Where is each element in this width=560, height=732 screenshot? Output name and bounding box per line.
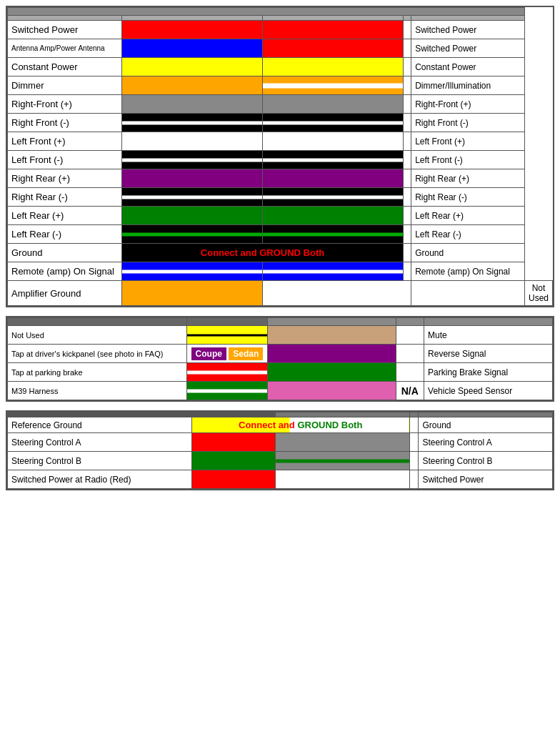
other-row: Tap at driver's kickpanel (see photo in … (8, 345, 553, 363)
table-row: Right Front (-)Right Front (-) (8, 114, 553, 132)
wire-color-left (121, 21, 262, 39)
wire-color-left (121, 58, 262, 76)
row-right-label: Right Rear (+) (411, 169, 525, 188)
other-left-label: Tap at driver's kickpanel (see photo in … (8, 345, 187, 363)
sw-wire2-empty (276, 470, 410, 489)
row-right-label: Switched Power (411, 21, 525, 39)
main-table-wrapper: Switched PowerSwitched PowerAntenna Amp/… (6, 6, 554, 307)
sw-spacer (409, 470, 419, 489)
sw-title1 (8, 412, 192, 417)
row-right-label: Right Front (-) (411, 114, 525, 132)
sw-left-label: Steering Control B (8, 452, 192, 470)
other-right-label: Vehicle Speed Sensor (424, 382, 553, 400)
other-right-empty (424, 318, 553, 326)
wire-color-left (121, 262, 262, 281)
wire-color-left (121, 151, 262, 169)
col-right-empty (411, 16, 525, 21)
other-pioneer (267, 318, 396, 326)
row-left-label: Right Rear (-) (8, 188, 122, 207)
sw-right-label: Switched Power (419, 470, 553, 489)
wire-color-right (263, 39, 404, 58)
wire-color-right (263, 207, 404, 225)
wire-color-span: Connect and GROUND Both (121, 244, 403, 262)
wire-color-left (121, 132, 262, 151)
sw-row: Steering Control BSteering Control B (8, 452, 553, 470)
table-row: Right Rear (+)Right Rear (+) (8, 169, 553, 188)
col2-header (263, 16, 404, 21)
wire-color-right (263, 58, 404, 76)
sw-spacer (409, 452, 419, 470)
sw-wire1 (191, 452, 275, 470)
table-row: Right Rear (-)Right Rear (-) (8, 188, 553, 207)
main-table: Switched PowerSwitched PowerAntenna Amp/… (7, 7, 553, 306)
row-right-label: Left Rear (+) (411, 207, 525, 225)
wire-not-used (263, 281, 411, 306)
table-row: Switched PowerSwitched Power (8, 21, 553, 39)
sw-row: Steering Control ASteering Control A (8, 433, 553, 452)
row-left-label: Remote (amp) On Signal (8, 262, 122, 281)
main-title (8, 8, 525, 16)
row-right-label: Left Rear (-) (411, 225, 525, 244)
sw-right-label: Steering Control A (419, 433, 553, 452)
table-row: Left Rear (+)Left Rear (+) (8, 207, 553, 225)
wire-color-left (121, 169, 262, 188)
sw-left-label: Switched Power at Radio (Red) (8, 470, 192, 489)
row-spacer (411, 281, 525, 306)
other-title (8, 318, 187, 326)
wire-color-right (263, 76, 404, 95)
sw-wire1 (191, 470, 275, 489)
wire-color-right (263, 225, 404, 244)
wire-color-left (121, 95, 262, 114)
row-left-label: Left Front (+) (8, 132, 122, 151)
other-right-label: Mute (424, 326, 553, 345)
wire-color-right (263, 262, 404, 281)
row-spacer (404, 21, 411, 39)
row-left-label: Left Front (-) (8, 151, 122, 169)
row-spacer (404, 132, 411, 151)
sw-wire1 (191, 433, 275, 452)
wire-color-right (263, 95, 404, 114)
table-row: Constant PowerConstant Power (8, 58, 553, 76)
other-wire1 (187, 363, 267, 382)
sw-row: Reference GroundConnect and GROUND BothG… (8, 417, 553, 433)
sw-title2 (276, 412, 410, 417)
sw-spacer1 (191, 412, 275, 417)
other-spacer: N/A (396, 382, 424, 400)
wire-color-left (121, 225, 262, 244)
sw-wire2 (276, 433, 410, 452)
sw-spacer (409, 417, 419, 433)
table-row: Antenna Amp/Power AntennaSwitched Power (8, 39, 553, 58)
row-left-label: Right-Front (+) (8, 95, 122, 114)
row-left-label: Amplifier Ground (8, 281, 122, 306)
table-row: DimmerDimmer/Illumination (8, 76, 553, 95)
row-left-label: Right Front (-) (8, 114, 122, 132)
other-spacer2 (396, 318, 424, 326)
row-spacer (404, 58, 411, 76)
row-right-label: Switched Power (411, 39, 525, 58)
row-left-label: Ground (8, 244, 122, 262)
other-wire2 (267, 363, 396, 382)
sw-left-label: Steering Control A (8, 433, 192, 452)
row-spacer (404, 244, 411, 262)
table-row: Right-Front (+)Right-Front (+) (8, 95, 553, 114)
other-spacer (396, 326, 424, 345)
row-right-label: Left Front (+) (411, 132, 525, 151)
wire-color-left (121, 188, 262, 207)
wire-color-right (263, 132, 404, 151)
row-spacer (404, 151, 411, 169)
sw-left-label: Reference Ground (8, 417, 192, 433)
other-left-label: M39 Harness (8, 382, 187, 400)
row-spacer (404, 225, 411, 244)
wire-color-left (121, 114, 262, 132)
row-spacer (404, 95, 411, 114)
other-wire1 (187, 326, 267, 345)
row-right-label: Right Rear (-) (411, 188, 525, 207)
sw-right-label: Steering Control B (419, 452, 553, 470)
steering-table: Reference GroundConnect and GROUND BothG… (7, 412, 553, 489)
sw-row: Switched Power at Radio (Red)Switched Po… (8, 470, 553, 489)
table-row: Remote (amp) On SignalRemote (amp) On Si… (8, 262, 553, 281)
wire-color-left (121, 281, 262, 306)
row-left-label: Left Rear (+) (8, 207, 122, 225)
row-left-label: Switched Power (8, 21, 122, 39)
other-right-label: Parking Brake Signal (424, 363, 553, 382)
